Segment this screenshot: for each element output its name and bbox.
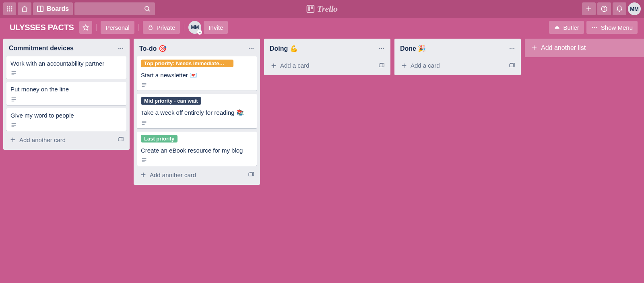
card-label[interactable]: Mid priority - can wait <box>141 97 201 105</box>
board-header-right: Butler Show Menu <box>549 21 638 34</box>
card-badges <box>10 68 122 76</box>
divider <box>96 24 97 31</box>
top-bar-right: MM <box>582 2 641 15</box>
add-card-button[interactable]: Add a card <box>398 60 504 71</box>
list-title[interactable]: To-do 🎯 <box>139 45 246 52</box>
star-button[interactable] <box>79 21 92 34</box>
svg-rect-13 <box>307 5 314 12</box>
plus-icon <box>10 136 16 143</box>
butler-button[interactable]: Butler <box>549 21 584 34</box>
card[interactable]: Put money on the line <box>6 82 126 105</box>
svg-point-44 <box>252 48 254 49</box>
svg-rect-62 <box>379 64 383 67</box>
plus-icon <box>401 62 407 69</box>
list-title[interactable]: Doing 💪 <box>270 45 376 52</box>
more-horizontal-icon <box>378 45 385 52</box>
svg-point-20 <box>604 7 605 8</box>
workspace-button[interactable]: Personal <box>101 21 134 34</box>
svg-point-11 <box>145 6 149 10</box>
invite-label: Invite <box>208 24 223 31</box>
list-menu-button[interactable] <box>115 43 126 54</box>
template-button[interactable] <box>506 60 518 71</box>
card-label[interactable]: Top priority: Needs immediate… <box>141 60 233 67</box>
invite-button[interactable]: Invite <box>204 21 228 34</box>
svg-point-3 <box>7 8 8 9</box>
more-icon <box>591 24 598 31</box>
search-input[interactable] <box>74 2 155 15</box>
svg-point-7 <box>9 10 10 11</box>
show-menu-label: Show Menu <box>601 24 633 31</box>
svg-point-58 <box>381 48 382 49</box>
search-icon <box>144 5 151 12</box>
show-menu-button[interactable]: Show Menu <box>586 21 638 34</box>
notifications-button[interactable] <box>613 2 626 15</box>
svg-point-43 <box>251 48 252 49</box>
card-badges <box>141 155 253 163</box>
add-card-button[interactable]: Add another card <box>6 134 113 146</box>
card-label[interactable]: Last priority <box>141 135 178 143</box>
plus-icon <box>585 5 592 12</box>
add-card-button[interactable]: Add another card <box>137 169 243 181</box>
list-header: Done 🎉 <box>394 39 521 56</box>
info-icon <box>601 5 608 12</box>
svg-point-59 <box>383 48 384 49</box>
card-badges <box>141 117 253 126</box>
svg-point-27 <box>118 48 120 49</box>
svg-point-6 <box>7 10 8 11</box>
template-button[interactable] <box>115 134 126 145</box>
list-footer: Add another card <box>134 166 260 185</box>
svg-rect-14 <box>308 6 310 11</box>
butler-icon <box>554 24 560 31</box>
list-done: Done 🎉 Add a card <box>394 39 521 75</box>
boards-button[interactable]: Boards <box>33 2 73 15</box>
card-title: Give my word to people <box>10 112 122 120</box>
list-title[interactable]: Commitment devices <box>9 45 115 52</box>
svg-marker-21 <box>83 25 89 30</box>
plus-icon <box>530 44 538 52</box>
member-avatar[interactable]: MM » <box>188 21 201 34</box>
card[interactable]: Top priority: Needs immediate… Start a n… <box>137 56 257 91</box>
template-button[interactable] <box>246 169 257 180</box>
add-list-label: Add another list <box>541 44 586 52</box>
list-menu-button[interactable] <box>506 43 518 54</box>
card[interactable]: Mid priority - can wait Take a week off … <box>137 94 257 128</box>
card-title: Work with an accountability partner <box>10 60 122 68</box>
info-button[interactable] <box>597 2 611 15</box>
list-footer: Add another card <box>3 131 130 150</box>
top-bar-left: Boards <box>3 2 580 15</box>
template-button[interactable] <box>376 60 387 71</box>
workspace-label: Personal <box>105 24 129 31</box>
template-icon <box>118 136 124 143</box>
visibility-button[interactable]: Private <box>143 21 180 34</box>
more-horizontal-icon <box>509 45 515 52</box>
create-button[interactable] <box>582 2 596 15</box>
boards-label: Boards <box>47 5 69 12</box>
home-button[interactable] <box>18 2 31 15</box>
divider <box>184 24 184 31</box>
board-name[interactable]: ULYSSES PACTS <box>6 23 77 32</box>
description-icon <box>141 82 147 88</box>
top-bar: Boards Trello MM <box>0 0 644 18</box>
card[interactable]: Give my word to people <box>6 108 126 131</box>
boards-icon <box>37 6 43 12</box>
template-icon <box>509 62 515 69</box>
apps-button[interactable] <box>3 2 16 15</box>
avatar[interactable]: MM <box>628 2 641 15</box>
list-header: Doing 💪 <box>264 39 390 56</box>
trello-icon <box>306 5 314 13</box>
list-cards: Top priority: Needs immediate… Start a n… <box>134 56 260 166</box>
card-title: Start a newsletter 💌 <box>141 71 253 79</box>
card[interactable]: Work with an accountability partner <box>6 56 126 79</box>
list-commitment-devices: Commitment devices Work with an accounta… <box>3 39 130 150</box>
list-title[interactable]: Done 🎉 <box>400 45 506 52</box>
add-card-button[interactable]: Add a card <box>267 60 374 71</box>
add-list-button[interactable]: Add another list <box>525 39 644 57</box>
list-menu-button[interactable] <box>246 43 257 54</box>
card[interactable]: Last priority Create an eBook resource f… <box>137 132 257 166</box>
lock-icon <box>148 25 153 30</box>
trello-logo[interactable]: Trello <box>306 4 337 14</box>
svg-rect-22 <box>149 27 152 29</box>
list-menu-button[interactable] <box>376 43 387 54</box>
svg-line-12 <box>149 10 150 11</box>
svg-point-0 <box>7 6 8 7</box>
